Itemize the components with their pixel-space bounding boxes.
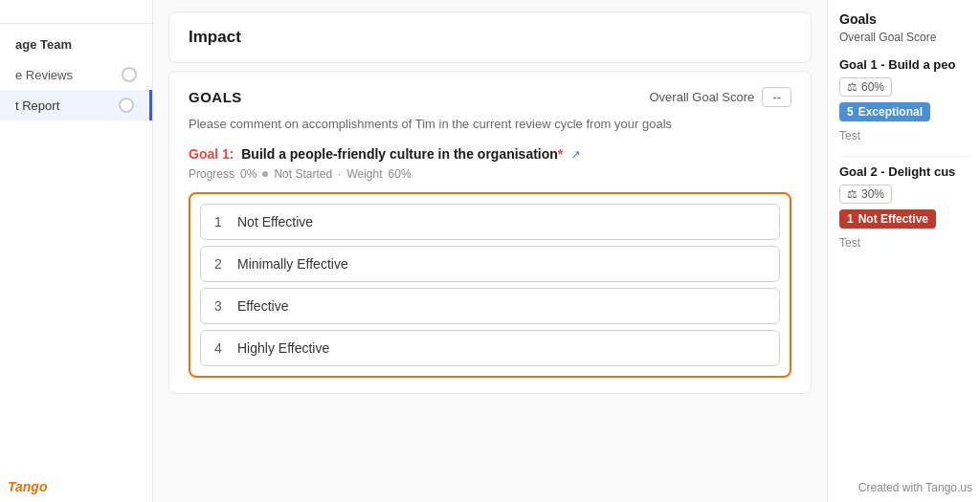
right-goal2-score-badge: 1 Not Effective <box>839 209 936 229</box>
rating-option-3[interactable]: 3 Effective <box>200 288 780 324</box>
meta-dot-1 <box>262 171 268 177</box>
sidebar-item-report-label: t Report <box>15 98 59 113</box>
impact-section: Impact <box>168 11 812 63</box>
overall-score-label: Overall Goal Score <box>650 90 755 104</box>
right-goal2-test-label: Test <box>839 236 969 250</box>
rating-option-1[interactable]: 1 Not Effective <box>200 204 780 240</box>
right-goal1-score-number: 5 <box>847 105 854 119</box>
goals-section: GOALS Overall Goal Score -- Please comme… <box>168 71 812 394</box>
right-goal1-score-label: Exceptional <box>858 105 923 119</box>
rating-number-3: 3 <box>214 298 228 314</box>
rating-option-4[interactable]: 4 Highly Effective <box>200 330 780 366</box>
sidebar-top <box>0 0 152 24</box>
rating-option-2[interactable]: 2 Minimally Effective <box>200 246 780 282</box>
balance-scale-icon-2: ⚖ <box>847 187 858 201</box>
right-panel-title: Goals <box>839 11 969 27</box>
balance-scale-icon-1: ⚖ <box>847 80 858 94</box>
right-goal1-weight-badge: ⚖ 60% <box>839 77 892 97</box>
tango-logo: Tango <box>8 479 47 494</box>
right-goal2-weight-badge: ⚖ 30% <box>839 185 892 204</box>
sidebar: age Team e Reviews t Report <box>0 0 153 502</box>
goal1-external-link-icon[interactable]: ↗ <box>570 147 581 162</box>
status-value: Not Started <box>274 167 332 181</box>
progress-value: 0% <box>240 167 256 181</box>
right-panel-subtitle: Overall Goal Score <box>839 31 969 44</box>
right-goal1-score-badge: 5 Exceptional <box>839 102 930 121</box>
right-goal1-title: Goal 1 - Build a peo <box>839 57 969 72</box>
weight-label: Weight <box>346 167 382 181</box>
impact-title: Impact <box>189 28 791 47</box>
rating-number-1: 1 <box>214 214 228 229</box>
overall-score-badge: -- <box>762 87 791 107</box>
sidebar-section-label: age Team <box>0 24 152 59</box>
rating-number-2: 2 <box>214 256 228 272</box>
sidebar-item-report-radio <box>119 98 134 113</box>
sidebar-item-reviews[interactable]: e Reviews <box>0 59 152 90</box>
rating-label-3: Effective <box>237 298 288 314</box>
right-goal2-score-number: 1 <box>847 212 854 226</box>
rating-label-2: Minimally Effective <box>237 256 348 272</box>
right-goal1-test-label: Test <box>839 129 969 142</box>
right-panel: Goals Overall Goal Score Goal 1 - Build … <box>827 0 980 502</box>
goals-description: Please comment on accomplishments of Tim… <box>189 117 791 131</box>
progress-label: Progress <box>189 167 234 181</box>
sidebar-item-report[interactable]: t Report <box>0 90 152 120</box>
right-goal2-score-label: Not Effective <box>858 212 928 226</box>
main-content: Impact GOALS Overall Goal Score -- Pleas… <box>153 0 827 502</box>
tango-footer: Tango <box>8 479 47 494</box>
rating-number-4: 4 <box>214 340 228 356</box>
goal1-header: Goal 1: Build a people-friendly culture … <box>189 146 791 162</box>
watermark: Created with Tango.us <box>858 481 972 494</box>
overall-score-group: Overall Goal Score -- <box>650 87 792 107</box>
rating-options-container: 1 Not Effective 2 Minimally Effective 3 … <box>189 192 791 378</box>
rating-label-1: Not Effective <box>237 214 313 229</box>
right-goal2-title: Goal 2 - Delight cus <box>839 164 969 179</box>
right-goal1-weight: 60% <box>861 80 884 94</box>
goal1-label: Goal 1: Build a people-friendly culture … <box>189 146 563 162</box>
rating-label-4: Highly Effective <box>237 340 329 356</box>
right-separator <box>839 156 969 157</box>
right-goal2-weight: 30% <box>861 187 884 201</box>
goal1-meta: Progress 0% Not Started · Weight 60% <box>189 167 791 181</box>
goals-section-title: GOALS <box>189 89 242 105</box>
weight-value: 60% <box>389 167 412 181</box>
sidebar-item-reviews-label: e Reviews <box>15 68 73 82</box>
sidebar-item-reviews-radio <box>122 67 137 82</box>
goals-header: GOALS Overall Goal Score -- <box>189 87 791 107</box>
